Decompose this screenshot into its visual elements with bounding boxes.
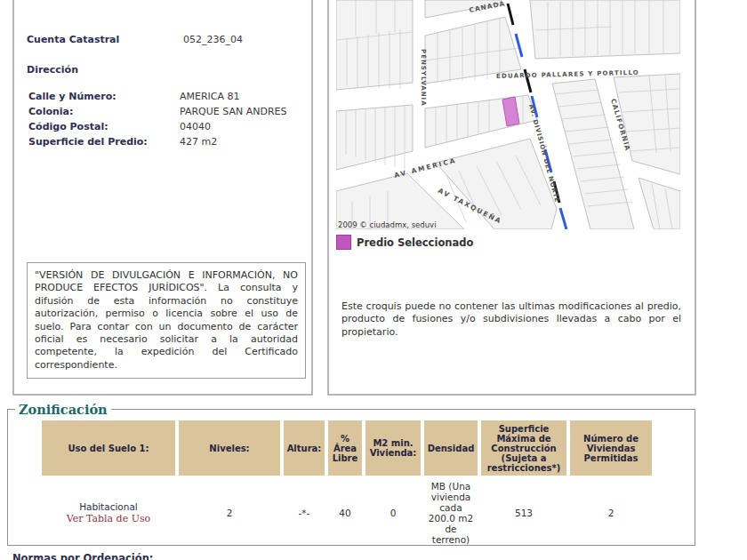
croquis-note: Este croquis puede no contener las ultim… (341, 300, 681, 339)
zonificacion-section: Zonificación Uso del Suelo 1: Niveles: A… (7, 402, 695, 546)
cell-densidad: MB (Una vivienda cada 200.0 m2 de terren… (424, 479, 478, 547)
colonia-value: PARQUE SAN ANDRES (180, 106, 287, 117)
cuenta-catastral-label: Cuenta Catastral (27, 34, 119, 45)
cell-niveles: 2 (179, 479, 280, 547)
col-header-m2-min-vivienda: M2 min. Vivienda: (365, 420, 421, 476)
cell-superficie-maxima: 513 (481, 479, 566, 547)
legal-disclaimer-text: "VERSIÓN DE DIVULGACIÓN E INFORMACIÓN, N… (35, 269, 298, 371)
zonificacion-table: Uso del Suelo 1: Niveles: Altura: % Área… (38, 417, 655, 550)
zonificacion-header-row: Uso del Suelo 1: Niveles: Altura: % Área… (42, 420, 652, 476)
street-label-pensylvania: PENSYLVANIA (420, 49, 427, 107)
col-header-viviendas-permitidas: Número de Viviendas Permitidas (570, 420, 652, 476)
cell-m2-min-vivienda: 0 (365, 479, 421, 547)
direccion-heading: Dirección (27, 64, 78, 76)
field-row-superficie: Superficie del Predio: 427 m2 (28, 136, 366, 150)
calle-value: AMERICA 81 (180, 91, 240, 102)
cell-area-libre: 40 (328, 479, 362, 547)
cell-altura: -*- (284, 479, 325, 547)
zonificacion-data-row: Habitacional Ver Tabla de Uso 2 -*- 40 0… (42, 479, 652, 547)
field-row-colonia: Colonia: PARQUE SAN ANDRES (28, 106, 366, 120)
cell-viviendas-permitidas: 2 (570, 479, 652, 547)
codigo-postal-label: Código Postal: (28, 121, 108, 132)
col-header-area-libre: % Área Libre (328, 420, 362, 476)
colonia-label: Colonia: (28, 106, 73, 117)
field-row-calle: Calle y Número: AMERICA 81 (28, 91, 366, 105)
legal-disclaimer-box: "VERSIÓN DE DIVULGACIÓN E INFORMACIÓN, N… (27, 262, 306, 379)
superficie-label: Superficie del Predio: (28, 136, 148, 148)
croquis-map: CANADA PENSYLVANIA EDUARDO PALLARES Y PO… (336, 0, 680, 229)
cuenta-catastral-value: 052_236_04 (183, 34, 243, 45)
uso-del-suelo-value: Habitacional (44, 501, 173, 512)
col-header-densidad: Densidad (424, 420, 478, 476)
legend-label: Predio Seleccionado (357, 236, 473, 249)
ver-tabla-de-uso-link[interactable]: Ver Tabla de Uso (67, 513, 150, 524)
map-legend: Predio Seleccionado (336, 235, 473, 250)
col-header-uso-del-suelo: Uso del Suelo 1: (42, 420, 175, 476)
col-header-altura: Altura: (284, 420, 325, 476)
calle-label: Calle y Número: (28, 91, 116, 102)
croquis-map-svg: CANADA PENSYLVANIA EDUARDO PALLARES Y PO… (336, 0, 680, 229)
cell-uso-del-suelo: Habitacional Ver Tabla de Uso (42, 479, 175, 547)
property-panel: Cuenta Catastral 052_236_04 Dirección Ca… (12, 0, 313, 396)
route-dash-black (508, 4, 513, 25)
map-panel: CANADA PENSYLVANIA EDUARDO PALLARES Y PO… (327, 0, 696, 396)
map-attribution: 2009 © ciudadmx, seduvi (338, 220, 437, 229)
col-header-niveles: Niveles: (179, 420, 280, 476)
field-row-codigo-postal: Código Postal: 04040 (28, 121, 366, 135)
seduvi-consultation-page: Cuenta Catastral 052_236_04 Dirección Ca… (0, 0, 747, 560)
zonificacion-title: Zonificación (15, 402, 111, 417)
route-dash-blue (516, 34, 522, 57)
superficie-value: 427 m2 (180, 136, 217, 148)
codigo-postal-value: 04040 (180, 121, 211, 132)
col-header-superficie-maxima: Superficie Máxima de Construcción (Sujet… (481, 420, 566, 476)
selected-parcel-swatch (336, 235, 351, 250)
route-dash-blue (560, 208, 566, 229)
normas-por-ordenacion-heading: Normas por Ordenación: (12, 552, 153, 560)
